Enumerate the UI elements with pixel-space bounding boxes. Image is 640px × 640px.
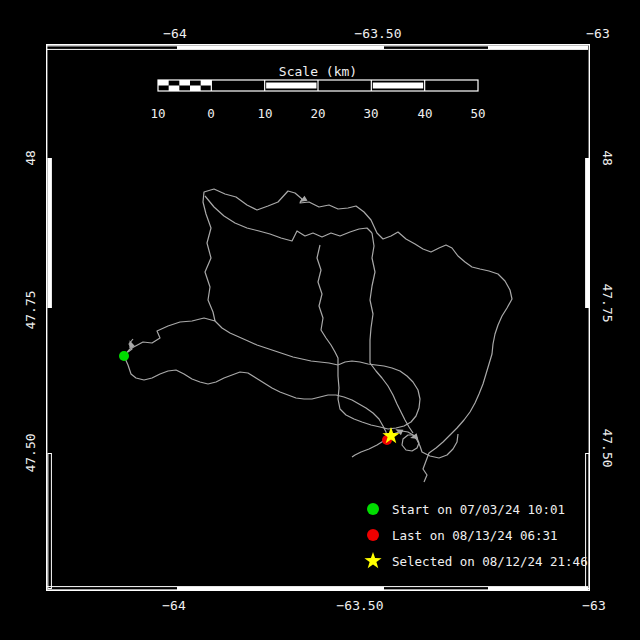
- scalebar-fill: [373, 83, 423, 89]
- lat-tick-label-left: 47.75: [23, 290, 38, 329]
- track-polyline: [370, 233, 413, 433]
- frame-segment: [384, 587, 489, 591]
- lat-tick-label-right: 48: [600, 150, 615, 166]
- lat-tick-label-right: 47.75: [600, 283, 615, 322]
- frame-segment: [489, 586, 588, 591]
- scalebar-number: 30: [363, 106, 378, 121]
- track-polyline: [215, 321, 338, 365]
- lon-tick-label-top: −63.50: [355, 26, 402, 41]
- frame-segment: [585, 158, 590, 308]
- legend-label-last: Last on 08/13/24 06:31: [392, 528, 558, 543]
- legend-marker-circle: [367, 503, 379, 515]
- lon-tick-label-top: −63: [586, 26, 609, 41]
- legend-marker-circle: [367, 529, 379, 541]
- scalebar-checker: [158, 80, 169, 86]
- scalebar-number: 50: [470, 106, 485, 121]
- track-polyline: [317, 245, 338, 365]
- lat-tick-label-left: 48: [23, 150, 38, 166]
- track-polyline: [390, 431, 458, 458]
- scalebar-title: Scale (km): [279, 64, 357, 79]
- trajectory-plot-figure: −64 −63.50 −63 −64 −63.50 −63 48 47.75 4…: [0, 0, 640, 640]
- frame-segment: [178, 45, 383, 50]
- scalebar-checker: [179, 80, 190, 86]
- legend-label-selected: Selected on 08/12/24 21:46: [392, 554, 588, 569]
- frame-segment: [47, 158, 52, 308]
- track-polyline: [124, 189, 512, 482]
- scalebar-checker: [190, 86, 201, 92]
- frame-segment: [47, 46, 178, 50]
- frame-segment: [178, 586, 383, 591]
- trajectory-map-canvas: [0, 0, 640, 640]
- lon-tick-label-bottom: −63.50: [337, 598, 384, 613]
- lon-tick-label-top: −64: [163, 26, 186, 41]
- track-polyline: [124, 356, 387, 437]
- start-position-marker: [119, 351, 129, 361]
- frame-segment: [384, 46, 489, 50]
- lon-tick-label-bottom: −63: [582, 598, 605, 613]
- scalebar-checker: [201, 80, 212, 86]
- scalebar-number: 10: [150, 106, 165, 121]
- frame-segment: [48, 454, 52, 589]
- lon-tick-label-bottom: −64: [162, 598, 185, 613]
- lat-tick-label-right: 47.50: [600, 428, 615, 467]
- lat-tick-label-left: 47.50: [23, 433, 38, 472]
- track-polyline: [352, 440, 385, 457]
- frame-segment: [489, 45, 588, 50]
- scalebar-checker: [169, 86, 180, 92]
- scalebar-fill: [266, 83, 316, 89]
- scalebar-number: 40: [417, 106, 432, 121]
- legend-marker-star: [364, 552, 381, 568]
- scalebar-number: 20: [310, 106, 325, 121]
- scalebar-number: 10: [257, 106, 272, 121]
- legend-label-start: Start on 07/03/24 10:01: [392, 502, 565, 517]
- scalebar-number: 0: [207, 106, 215, 121]
- track-polyline: [205, 196, 372, 241]
- frame-segment: [47, 587, 178, 591]
